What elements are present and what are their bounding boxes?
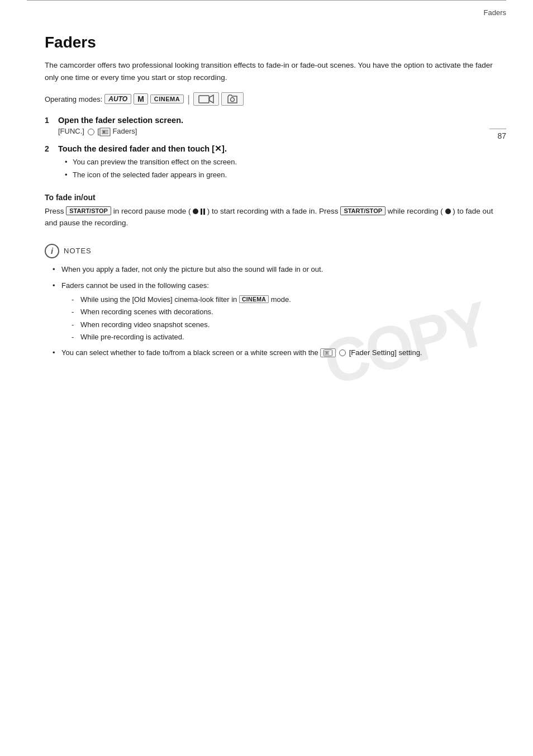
mode-auto: AUTO bbox=[104, 94, 131, 104]
svg-marker-1 bbox=[210, 95, 213, 103]
section-header: Faders bbox=[0, 5, 533, 17]
svg-point-12 bbox=[326, 352, 328, 354]
notes-subitem-1: While using the [Old Movies] cinema-look… bbox=[72, 294, 506, 305]
step-1-ref: [FUNC.] [ Faders] bbox=[58, 127, 506, 136]
step-2-number: 2 bbox=[45, 144, 54, 153]
fade-section-text: Press START/STOP in record pause mode ( … bbox=[45, 205, 506, 229]
step-1-number: 1 bbox=[45, 116, 54, 125]
notes-subitem-3: When recording video snapshot scenes. bbox=[72, 319, 506, 330]
notes-item-1: When you apply a fader, not only the pic… bbox=[53, 264, 506, 276]
record-dot-icon-2 bbox=[445, 209, 451, 214]
svg-point-7 bbox=[103, 131, 105, 133]
fader-setting-icon bbox=[320, 348, 336, 357]
notes-subitem-2: When recording scenes with decorations. bbox=[72, 306, 506, 318]
notes-subitems: While using the [Old Movies] cinema-look… bbox=[61, 294, 506, 343]
pause-bars-icon bbox=[201, 209, 205, 215]
photo-camera-icon bbox=[226, 94, 239, 104]
notes-list: When you apply a fader, not only the pic… bbox=[45, 264, 506, 358]
steps-list: 1 Open the fader selection screen. [FUNC… bbox=[45, 116, 506, 183]
circle-icon-fader bbox=[339, 349, 346, 356]
content-area: Faders The camcorder offers two professi… bbox=[45, 34, 506, 358]
circle-icon-1 bbox=[88, 129, 94, 135]
notes-block: i NOTES When you apply a fader, not only… bbox=[45, 244, 506, 358]
intro-text: The camcorder offers two professional lo… bbox=[45, 59, 506, 83]
notes-subitem-4: While pre-recording is activated. bbox=[72, 332, 506, 343]
notes-item-3: You can select whether to fade to/from a… bbox=[53, 347, 506, 359]
mode-camera-icon-box bbox=[221, 92, 244, 106]
step-1: 1 Open the fader selection screen. [FUNC… bbox=[45, 116, 506, 136]
mode-m: M bbox=[134, 93, 148, 105]
record-dot-icon bbox=[193, 209, 198, 214]
step-1-heading: Open the fader selection screen. bbox=[58, 116, 506, 125]
cinema-badge-inline: CINEMA bbox=[239, 295, 269, 303]
fader-setting-svg bbox=[323, 349, 332, 356]
operating-modes-label: Operating modes: bbox=[45, 95, 102, 103]
fade-section-title: To fade in/out bbox=[45, 193, 506, 202]
step-2-content: Touch the desired fader and then touch [… bbox=[58, 144, 506, 183]
header-section-title: Faders bbox=[484, 8, 506, 17]
step-2-bullet-1: You can preview the transition effect on… bbox=[65, 157, 506, 168]
camcorder-icon bbox=[198, 94, 214, 104]
step-2-bullet-2: The icon of the selected fader appears i… bbox=[65, 169, 506, 181]
mode-separator: | bbox=[187, 93, 190, 105]
step-1-content: Open the fader selection screen. [FUNC.]… bbox=[58, 116, 506, 136]
page-title: Faders bbox=[45, 34, 506, 51]
step-2-heading: Touch the desired fader and then touch [… bbox=[58, 144, 506, 153]
svg-rect-0 bbox=[199, 96, 209, 103]
fader-menu-icon bbox=[99, 127, 111, 136]
svg-point-2 bbox=[230, 98, 234, 102]
info-icon: i bbox=[45, 244, 59, 258]
operating-modes: Operating modes: AUTO M CINEMA | bbox=[45, 92, 506, 106]
mode-camcorder-icon-box bbox=[193, 92, 219, 106]
notes-item-2-text: Faders cannot be used in the following c… bbox=[61, 281, 209, 290]
start-stop-badge-1: START/STOP bbox=[66, 206, 111, 215]
notes-header: i NOTES bbox=[45, 244, 506, 258]
notes-label: NOTES bbox=[64, 247, 92, 255]
start-stop-badge-2: START/STOP bbox=[340, 206, 386, 215]
page-container: COPY 87 Faders The camcorder offers two … bbox=[0, 17, 533, 391]
mode-cinema: CINEMA bbox=[150, 94, 184, 103]
step-2-bullets: You can preview the transition effect on… bbox=[58, 157, 506, 181]
step-2: 2 Touch the desired fader and then touch… bbox=[45, 144, 506, 183]
notes-item-2: Faders cannot be used in the following c… bbox=[53, 280, 506, 343]
top-rule bbox=[27, 0, 506, 5]
